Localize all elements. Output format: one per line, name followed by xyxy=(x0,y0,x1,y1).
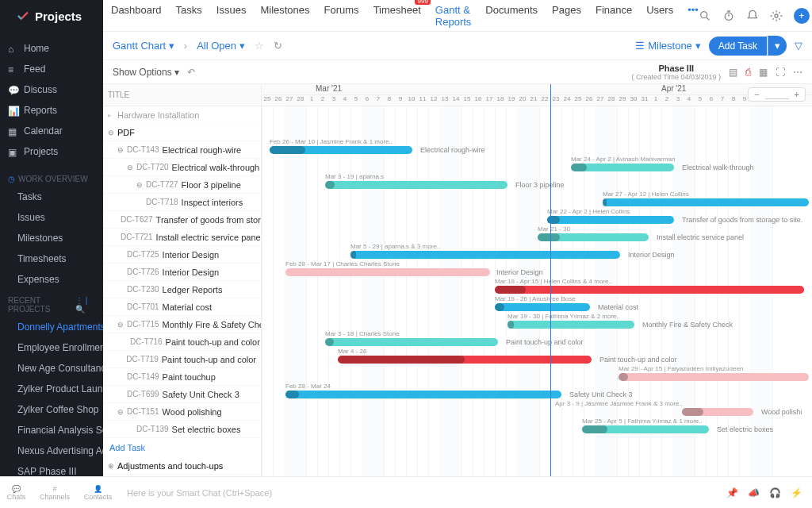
task-row[interactable]: DC-T726Interior Design xyxy=(103,264,261,281)
fullscreen-icon[interactable]: ⛶ xyxy=(776,67,785,78)
sidebar-issues[interactable]: Issues xyxy=(0,207,103,228)
zoom-out-icon[interactable]: − xyxy=(752,90,761,99)
task-row[interactable]: DC-T699Safety Unit Check 3 xyxy=(103,386,261,403)
gantt-bar[interactable] xyxy=(582,425,709,433)
milestone-select[interactable]: ☰ Milestone ▾ xyxy=(635,40,701,52)
zoom-in-icon[interactable]: + xyxy=(792,90,802,99)
recent-project[interactable]: Zylker Product Launch xyxy=(0,379,103,399)
nav-finance[interactable]: Finance xyxy=(596,4,632,28)
sidebar-home[interactable]: ⌂Home xyxy=(0,38,103,59)
task-row[interactable]: DC-T721Install electric service panel xyxy=(103,229,261,246)
calendar-icon[interactable]: ▦ xyxy=(759,67,768,78)
announce-icon[interactable]: 📣 xyxy=(748,487,760,498)
recent-project[interactable]: Nexus Advertising Agen xyxy=(0,441,103,461)
task-row[interactable]: ⊖DC-T720Electrical walk-through xyxy=(103,159,261,176)
filter-icon[interactable]: ▽ xyxy=(795,40,802,52)
headset-icon[interactable]: 🎧 xyxy=(769,487,781,498)
gantt-bar[interactable] xyxy=(270,146,412,154)
nav-dashboard[interactable]: Dashboard xyxy=(111,4,162,28)
recent-project[interactable]: Financial Analysis Secon xyxy=(0,420,103,441)
gantt-bar[interactable] xyxy=(603,198,809,206)
view-select[interactable]: Gantt Chart ▾ xyxy=(113,40,174,52)
sidebar-timesheets[interactable]: Timesheets xyxy=(0,248,103,269)
add-task-dropdown[interactable]: ▾ xyxy=(768,36,787,56)
sidebar-feed[interactable]: ≡Feed xyxy=(0,59,103,79)
sidebar-discuss[interactable]: 💬Discuss xyxy=(0,79,103,100)
sidebar-expenses[interactable]: Expenses xyxy=(0,269,103,290)
app-logo[interactable]: Projects xyxy=(16,9,82,23)
pin-icon[interactable]: 📌 xyxy=(726,487,738,498)
task-row[interactable]: DC-T230Ledger Reports xyxy=(103,281,261,298)
settings-icon[interactable] xyxy=(770,10,783,22)
bottom-tab-chats[interactable]: 💬Chats xyxy=(7,485,26,501)
star-icon[interactable]: ☆ xyxy=(255,40,264,52)
hamburger-icon[interactable] xyxy=(6,8,10,24)
gantt-chart[interactable]: Mar '21Apr '21 2526272812345678910111213… xyxy=(262,84,812,476)
nav-more[interactable]: ••• xyxy=(688,4,699,28)
gantt-bar[interactable] xyxy=(285,268,490,276)
sidebar-milestones[interactable]: Milestones xyxy=(0,228,103,248)
nav-issues[interactable]: Issues xyxy=(216,4,247,28)
gantt-bar[interactable] xyxy=(547,216,674,224)
task-row[interactable]: DC-T701Material cost xyxy=(103,298,261,316)
task-row[interactable]: ⊖DC-T727Floor 3 pipeline xyxy=(103,176,261,194)
nav-gantt-reports[interactable]: Gantt & Reports xyxy=(435,4,472,28)
add-task-link[interactable]: Add Task xyxy=(103,438,261,457)
task-row[interactable]: ▸Hardware Installation xyxy=(103,106,261,124)
more-icon[interactable]: ⋯ xyxy=(793,67,802,78)
gantt-bar[interactable] xyxy=(338,356,592,364)
task-row[interactable]: DC-T149Paint touchup xyxy=(103,368,261,386)
add-task-button[interactable]: Add Task xyxy=(709,37,767,56)
task-row[interactable]: ⊖PDF xyxy=(103,124,261,141)
task-row[interactable]: DC-T716Paint touch-up and color xyxy=(103,333,261,351)
sidebar-tasks[interactable]: Tasks xyxy=(0,187,103,207)
gantt-bar[interactable] xyxy=(285,391,561,398)
bottom-tab-contacts[interactable]: 👤Contacts xyxy=(84,485,113,501)
task-row[interactable]: ⊖DC-T151Wood polishing xyxy=(103,403,261,421)
refresh-icon[interactable]: ↻ xyxy=(274,40,282,52)
recent-project[interactable]: Donnelly Apartments C xyxy=(0,317,103,337)
gantt-bar[interactable] xyxy=(538,233,649,241)
show-options-toggle[interactable]: Show Options ▾ xyxy=(113,67,179,78)
gantt-bar[interactable] xyxy=(682,408,753,416)
task-row[interactable]: DC-T718Inspect interiors xyxy=(103,194,261,211)
bolt-icon[interactable]: ⚡ xyxy=(791,487,802,498)
sidebar-projects[interactable]: ▣Projects xyxy=(0,141,103,162)
view-bars-icon[interactable]: ▤ xyxy=(729,67,737,78)
smart-chat-input[interactable]: Here is your Smart Chat (Ctrl+Space) xyxy=(119,488,726,498)
sidebar-calendar[interactable]: ▦Calendar xyxy=(0,121,103,141)
gantt-bar[interactable] xyxy=(325,181,508,189)
undo-icon[interactable]: ↶ xyxy=(187,67,195,78)
timer-icon[interactable] xyxy=(722,10,735,22)
task-row[interactable]: DC-T139Set electric boxes xyxy=(103,421,261,438)
recent-project[interactable]: Zylker Coffee Shop xyxy=(0,399,103,420)
bottom-tab-channels[interactable]: #Channels xyxy=(40,485,70,501)
task-row[interactable]: DC-T627Transfer of goods from storage to xyxy=(103,211,261,229)
sidebar-reports[interactable]: 📊Reports xyxy=(0,100,103,121)
nav-users[interactable]: Users xyxy=(646,4,673,28)
quick-add-button[interactable]: + xyxy=(794,8,810,24)
gantt-bar[interactable] xyxy=(495,286,804,294)
gantt-bar[interactable] xyxy=(619,373,809,381)
nav-tasks[interactable]: Tasks xyxy=(176,4,202,28)
task-row[interactable]: ⊖DC-T143Electrical rough-wire xyxy=(103,141,261,159)
nav-timesheet[interactable]: Timesheet999 xyxy=(373,4,421,28)
export-pdf-icon[interactable]: ⎙ xyxy=(745,67,751,78)
gantt-bar[interactable] xyxy=(571,164,674,171)
bell-icon[interactable] xyxy=(746,10,759,22)
task-row[interactable]: DC-T725Interior Design xyxy=(103,246,261,264)
nav-forums[interactable]: Forums xyxy=(324,4,359,28)
zoom-control[interactable]: − + xyxy=(748,87,806,102)
filter-select[interactable]: All Open ▾ xyxy=(197,40,245,52)
task-row[interactable]: ⊖DC-T715Monthly Fire & Safety Check xyxy=(103,316,261,333)
gantt-bar[interactable] xyxy=(325,338,498,346)
task-row[interactable]: DC-T719Paint touch-up and color xyxy=(103,351,261,368)
gantt-bar[interactable] xyxy=(508,321,634,329)
task-row[interactable]: ⊕Adjustments and touch-ups xyxy=(103,457,261,475)
recent-project[interactable]: SAP Phase III xyxy=(0,461,103,476)
nav-pages[interactable]: Pages xyxy=(552,4,581,28)
search-icon[interactable] xyxy=(699,10,711,22)
recent-project[interactable]: New Age Consultancy xyxy=(0,358,103,379)
gantt-bar[interactable] xyxy=(495,303,590,311)
recent-project[interactable]: Employee Enrollment xyxy=(0,337,103,358)
